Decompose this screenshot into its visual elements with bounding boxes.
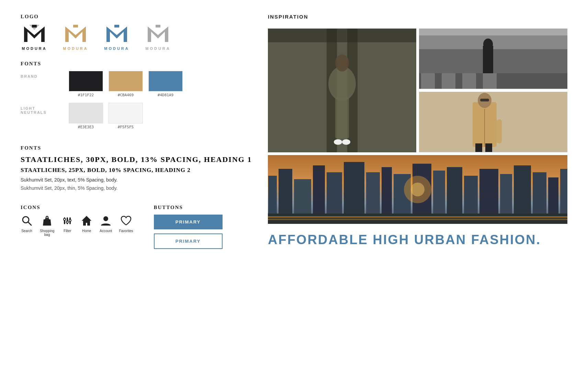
- inspiration-image-city-skyline: [268, 155, 567, 224]
- home-icon-label: Home: [82, 229, 91, 233]
- left-panel: LOGO MODURA: [21, 14, 254, 367]
- logo-mark-black: [21, 24, 48, 44]
- colors-section-title: FONTS: [21, 61, 254, 67]
- swatch-black-color: [69, 71, 103, 91]
- svg-rect-34: [421, 73, 435, 89]
- account-icon-label: Account: [100, 229, 112, 233]
- filter-icon-label: Filter: [64, 229, 71, 233]
- svg-rect-37: [483, 73, 497, 89]
- brand-color-group: BRAND #1F1F22 #CBA469 #4D81A9: [21, 71, 254, 97]
- logo-blue: MODURA: [103, 24, 131, 51]
- svg-rect-35: [442, 73, 455, 89]
- fonts-section-title: FONTS: [21, 145, 254, 151]
- font-thin-sample: Sukhumvit Set, 20px, thin, 5% Spacing, b…: [21, 185, 254, 191]
- swatch-light-gray-color: [69, 103, 103, 123]
- logo-gray: MODURA: [144, 24, 172, 51]
- fashion-bridge-placeholder: [268, 29, 416, 152]
- svg-rect-72: [268, 219, 567, 220]
- swatch-off-white-color: [109, 103, 143, 123]
- svg-point-26: [335, 54, 349, 72]
- svg-point-16: [66, 221, 68, 223]
- logo-black-name: MODURA: [22, 46, 47, 51]
- logo-section-title: LOGO: [21, 14, 254, 20]
- bottom-row: ICONS Search Shop: [21, 205, 254, 249]
- shopping-bag-icon: [41, 215, 53, 227]
- swatch-blue-hex: #4D81A9: [158, 93, 173, 97]
- swatch-off-white-hex: #F5F5F5: [118, 125, 134, 129]
- buttons-section-title: BUTTONS: [154, 205, 254, 210]
- svg-rect-47: [475, 143, 482, 152]
- swatch-off-white: #F5F5F5: [109, 103, 143, 129]
- swatch-blue-color: [148, 71, 183, 91]
- logo-mark-gray: [144, 24, 172, 44]
- inspiration-image-street-bw: [419, 29, 567, 89]
- swatch-gold: #CBA469: [109, 71, 143, 97]
- logo-blue-name: MODURA: [104, 46, 129, 51]
- svg-rect-38: [483, 46, 493, 73]
- svg-rect-71: [268, 216, 567, 218]
- svg-rect-46: [497, 119, 502, 143]
- primary-filled-button[interactable]: PRIMARY: [154, 215, 223, 229]
- swatch-gold-color: [109, 71, 143, 91]
- icon-item-filter: Filter: [61, 215, 74, 233]
- favorites-icon: [120, 215, 132, 227]
- icon-item-home: Home: [80, 215, 93, 233]
- inspiration-grid: [268, 29, 567, 224]
- account-icon: [100, 215, 112, 227]
- icons-section: ICONS Search Shop: [21, 205, 133, 249]
- svg-rect-4: [73, 25, 78, 28]
- swatch-gold-hex: #CBA469: [118, 93, 134, 97]
- logo-row: MODURA MODURA: [21, 24, 254, 51]
- filter-icon: [61, 215, 74, 227]
- fashion-coat-placeholder: [419, 92, 567, 152]
- swatch-light-gray-hex: #E3E3E3: [78, 125, 94, 129]
- icon-item-account: Account: [100, 215, 112, 233]
- svg-rect-27: [335, 97, 349, 139]
- brand-swatches: #1F1F22 #CBA469 #4D81A9: [69, 71, 183, 97]
- svg-point-74: [411, 183, 425, 196]
- neutral-swatches: #E3E3E3 #F5F5F5: [69, 103, 143, 129]
- favorites-icon-label: Favorites: [119, 229, 133, 233]
- search-icon-label: Search: [21, 229, 32, 233]
- logo-mark-blue: [103, 24, 131, 44]
- svg-rect-8: [156, 25, 160, 28]
- svg-rect-11: [46, 216, 48, 219]
- home-icon: [80, 215, 93, 227]
- logo-gold: MODURA: [62, 24, 89, 51]
- city-skyline-placeholder: [268, 155, 567, 224]
- swatch-blue: #4D81A9: [148, 71, 183, 97]
- neutrals-label: LIGHT NEUTRALS: [21, 103, 62, 115]
- street-bw-placeholder: [419, 29, 567, 89]
- font-h2-sample: STAATLICHES, 25PX, BOLD, 10% SPACING, HE…: [21, 167, 254, 174]
- svg-rect-6: [114, 25, 119, 28]
- swatch-black: #1F1F22: [69, 71, 103, 97]
- primary-outline-button[interactable]: PRIMARY: [154, 233, 223, 249]
- svg-point-28: [334, 139, 342, 145]
- icon-item-favorites: Favorites: [119, 215, 133, 233]
- svg-point-39: [483, 39, 493, 50]
- icons-row: Search Shoppingbag: [21, 215, 133, 237]
- swatch-light-gray: #E3E3E3: [69, 103, 103, 129]
- logo-black: MODURA: [21, 24, 48, 51]
- inspiration-title: INSPIRATION: [268, 14, 567, 20]
- fonts-section: FONTS STAATLICHES, 30PX, BOLD, 13% SPACI…: [21, 145, 254, 191]
- brand-label: BRAND: [21, 71, 62, 78]
- neutrals-color-group: LIGHT NEUTRALS #E3E3E3 #F5F5F5: [21, 103, 254, 129]
- svg-point-29: [342, 139, 350, 145]
- tagline-text: AFFORDABLE HIGH URBAN FASHION.: [268, 232, 567, 248]
- svg-point-20: [103, 216, 108, 221]
- shopping-bag-icon-label: Shoppingbag: [40, 229, 54, 237]
- inspiration-image-fashion-bridge: [268, 29, 416, 152]
- colors-section: FONTS BRAND #1F1F22 #CBA469 #4D81A9 LIGH: [21, 61, 254, 135]
- svg-marker-5: [106, 26, 127, 42]
- svg-rect-44: [480, 99, 489, 101]
- logo-gray-name: MODURA: [145, 46, 171, 51]
- svg-point-17: [69, 219, 71, 221]
- svg-point-15: [64, 218, 66, 220]
- svg-marker-3: [65, 26, 86, 42]
- icon-item-shopping-bag: Shoppingbag: [40, 215, 54, 237]
- right-panel: INSPIRATION: [268, 14, 567, 367]
- svg-rect-36: [462, 73, 476, 89]
- icon-item-search: Search: [21, 215, 33, 233]
- svg-marker-19: [82, 216, 91, 221]
